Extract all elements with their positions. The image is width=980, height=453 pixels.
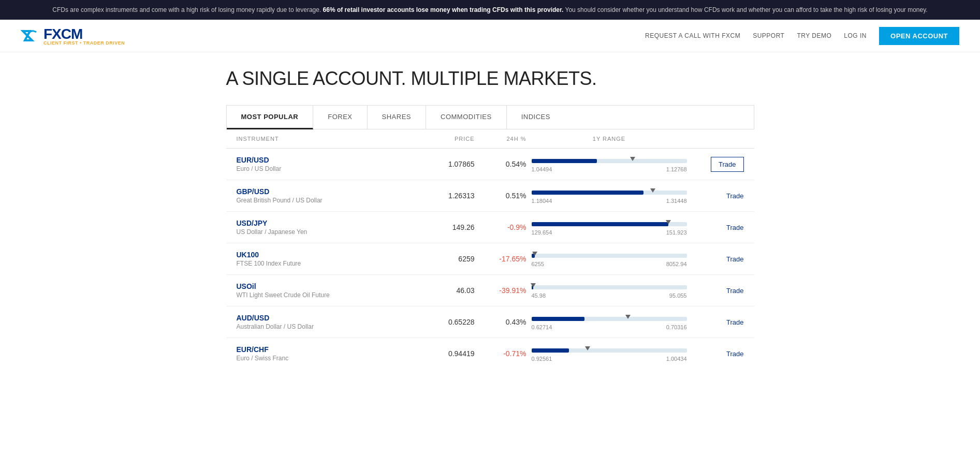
range-bar-container	[532, 254, 687, 258]
trade-link-usd-jpy[interactable]: Trade	[726, 224, 743, 231]
fxcm-swoosh-icon	[21, 26, 40, 46]
instrument-link-aud-usd[interactable]: AUD/USD	[237, 314, 413, 322]
range-cell: 62558052.94	[526, 251, 692, 267]
tab-shares[interactable]: SHARES	[368, 106, 426, 129]
table-row: USOilWTI Light Sweet Crude Oil Future46.…	[226, 275, 754, 306]
instrument-link-eur-usd[interactable]: EUR/USD	[237, 156, 413, 164]
tab-forex[interactable]: FOREX	[313, 106, 367, 129]
trade-cell: Trade	[692, 286, 744, 295]
col-price-header: PRICE	[413, 136, 475, 142]
instrument-subtitle: US Dollar / Japanese Yen	[237, 228, 413, 236]
nav-links: REQUEST A CALL WITH FXCM SUPPORT TRY DEM…	[645, 27, 959, 45]
trade-cell: Trade	[692, 349, 744, 358]
range-labels: 62558052.94	[532, 261, 687, 267]
table-header: INSTRUMENT PRICE 24H % 1Y RANGE	[226, 129, 754, 149]
instrument-link-eur-chf[interactable]: EUR/CHF	[237, 345, 413, 354]
request-call-link[interactable]: REQUEST A CALL WITH FXCM	[645, 32, 740, 39]
range-marker	[532, 252, 537, 256]
range-bar-fill	[532, 317, 584, 321]
range-bar-fill	[532, 222, 668, 226]
range-max-label: 8052.94	[666, 261, 687, 267]
change-cell: -17.65%	[475, 255, 526, 263]
change-cell: -0.71%	[475, 349, 526, 358]
range-bar-container	[532, 159, 687, 163]
logo-icon	[21, 26, 40, 46]
table-row: GBP/USDGreat British Pound / US Dollar1.…	[226, 180, 754, 212]
price-cell: 0.94419	[413, 349, 475, 358]
change-cell: -39.91%	[475, 286, 526, 295]
tab-indices[interactable]: INDICES	[507, 106, 565, 129]
header: FXCM CLIENT FIRST • TRADER DRIVEN REQUES…	[0, 20, 980, 52]
range-bar-container	[532, 285, 687, 289]
log-in-link[interactable]: LOG IN	[844, 32, 867, 39]
range-cell: 1.180441.31448	[526, 187, 692, 204]
tab-commodities[interactable]: COMMODITIES	[426, 106, 507, 129]
logo-text-block: FXCM CLIENT FIRST • TRADER DRIVEN	[43, 26, 125, 46]
table-row: EUR/USDEuro / US Dollar1.078650.54%1.044…	[226, 149, 754, 180]
instrument-cell: UK100FTSE 100 Index Future	[237, 251, 413, 267]
instrument-link-uk100[interactable]: UK100	[237, 251, 413, 259]
trade-cell: Trade	[692, 318, 744, 326]
try-demo-link[interactable]: TRY DEMO	[797, 32, 831, 39]
range-min-label: 0.92561	[532, 356, 552, 362]
instrument-subtitle: Euro / Swiss Franc	[237, 355, 413, 362]
instrument-cell: GBP/USDGreat British Pound / US Dollar	[237, 187, 413, 204]
trade-button-eur-usd[interactable]: Trade	[711, 157, 743, 172]
range-cell: 129.654151.923	[526, 219, 692, 236]
price-cell: 149.26	[413, 223, 475, 231]
instrument-link-usd-jpy[interactable]: USD/JPY	[237, 219, 413, 227]
range-max-label: 95.055	[669, 293, 687, 299]
trade-link-usoil[interactable]: Trade	[726, 287, 743, 295]
instrument-subtitle: WTI Light Sweet Crude Oil Future	[237, 291, 413, 299]
banner-text-after: You should consider whether you understa…	[563, 6, 927, 13]
instrument-link-usoil[interactable]: USOil	[237, 282, 413, 290]
range-min-label: 0.62714	[532, 324, 552, 330]
logo-subtitle: CLIENT FIRST • TRADER DRIVEN	[43, 40, 125, 46]
change-cell: 0.54%	[475, 160, 526, 168]
range-labels: 0.925611.00434	[532, 356, 687, 362]
open-account-button[interactable]: OPEN ACCOUNT	[879, 27, 959, 45]
range-marker	[650, 188, 655, 193]
range-max-label: 1.31448	[666, 198, 687, 204]
change-cell: 0.43%	[475, 318, 526, 326]
trade-link-uk100[interactable]: Trade	[726, 255, 743, 263]
banner-text-before: CFDs are complex instruments and come wi…	[52, 6, 323, 13]
table-row: EUR/CHFEuro / Swiss Franc0.94419-0.71%0.…	[226, 338, 754, 369]
range-labels: 129.654151.923	[532, 229, 687, 236]
range-max-label: 0.70316	[666, 324, 687, 330]
price-cell: 1.07865	[413, 160, 475, 168]
range-bar-fill	[532, 348, 569, 353]
instrument-cell: EUR/USDEuro / US Dollar	[237, 156, 413, 172]
table-row: USD/JPYUS Dollar / Japanese Yen149.26-0.…	[226, 212, 754, 243]
col-instrument-header: INSTRUMENT	[237, 136, 413, 142]
trade-cell: Trade	[692, 157, 744, 172]
instrument-link-gbp-usd[interactable]: GBP/USD	[237, 187, 413, 196]
trade-cell: Trade	[692, 192, 744, 200]
range-marker	[585, 346, 590, 350]
range-max-label: 1.00434	[666, 356, 687, 362]
range-labels: 1.044941.12768	[532, 166, 687, 172]
range-bar-fill	[532, 159, 597, 163]
trade-cell: Trade	[692, 223, 744, 231]
range-min-label: 129.654	[532, 229, 552, 236]
range-labels: 1.180441.31448	[532, 198, 687, 204]
table-row: AUD/USDAustralian Dollar / US Dollar0.65…	[226, 306, 754, 338]
range-cell: 45.9895.055	[526, 282, 692, 299]
trade-link-gbp-usd[interactable]: Trade	[726, 192, 743, 200]
range-max-label: 151.923	[666, 229, 687, 236]
change-cell: -0.9%	[475, 223, 526, 231]
col-trade-header	[692, 136, 744, 142]
trade-link-eur-chf[interactable]: Trade	[726, 350, 743, 358]
instrument-subtitle: Australian Dollar / US Dollar	[237, 323, 413, 330]
instrument-cell: EUR/CHFEuro / Swiss Franc	[237, 345, 413, 362]
support-link[interactable]: SUPPORT	[753, 32, 784, 39]
instrument-subtitle: Great British Pound / US Dollar	[237, 197, 413, 204]
range-min-label: 1.18044	[532, 198, 552, 204]
range-cell: 0.627140.70316	[526, 314, 692, 330]
range-labels: 45.9895.055	[532, 293, 687, 299]
range-bar-container	[532, 348, 687, 353]
range-marker	[630, 157, 635, 161]
trade-link-aud-usd[interactable]: Trade	[726, 318, 743, 326]
tab-most-popular[interactable]: MOST POPULAR	[227, 106, 314, 129]
col-change-header: 24H %	[475, 136, 526, 142]
